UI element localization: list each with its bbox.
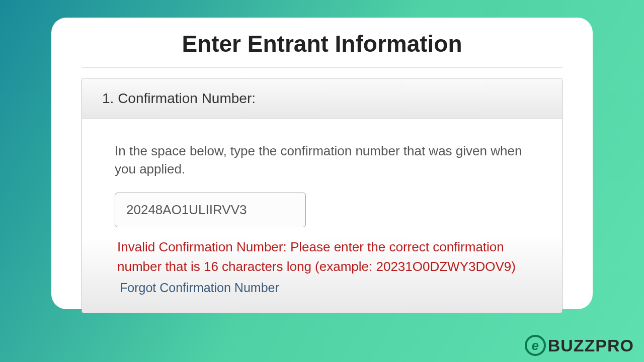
confirmation-section: 1. Confirmation Number: In the space bel… bbox=[82, 78, 562, 313]
watermark-text: BUZZPRO bbox=[548, 336, 634, 355]
confirmation-number-input[interactable] bbox=[115, 193, 306, 227]
section-header: 1. Confirmation Number: bbox=[82, 78, 562, 119]
watermark-icon: e bbox=[525, 335, 546, 356]
watermark-icon-letter: e bbox=[531, 338, 538, 353]
main-card: Enter Entrant Information 1. Confirmatio… bbox=[51, 18, 593, 309]
section-header-text: 1. Confirmation Number: bbox=[102, 90, 542, 107]
error-message: Invalid Confirmation Number: Please ente… bbox=[115, 237, 529, 277]
page-title: Enter Entrant Information bbox=[82, 30, 562, 57]
forgot-confirmation-link[interactable]: Forgot Confirmation Number bbox=[115, 281, 279, 295]
instruction-text: In the space below, type the confirmatio… bbox=[115, 142, 529, 178]
divider bbox=[82, 67, 562, 68]
section-body: In the space below, type the confirmatio… bbox=[82, 119, 562, 313]
watermark: e BUZZPRO bbox=[525, 335, 634, 356]
